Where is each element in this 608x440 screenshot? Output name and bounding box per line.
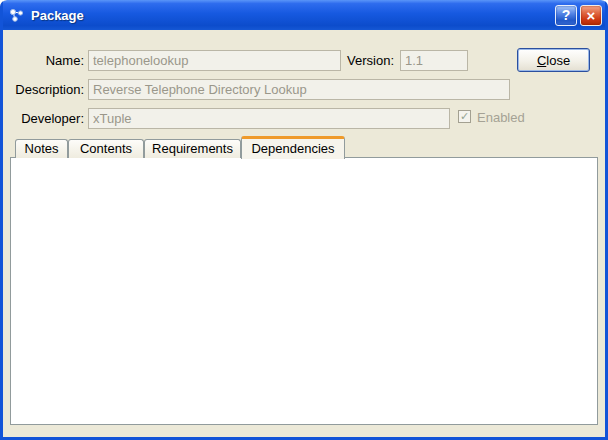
help-button[interactable]: ? bbox=[555, 5, 577, 26]
package-dialog: Package ? × Name: Version: Close Descrip… bbox=[0, 0, 608, 440]
name-label: Name: bbox=[0, 53, 84, 68]
description-label: Description: bbox=[0, 82, 84, 97]
version-label: Version: bbox=[336, 53, 394, 68]
check-icon: ✓ bbox=[460, 111, 469, 122]
description-field[interactable] bbox=[88, 79, 510, 100]
tab-dependencies[interactable]: Dependencies bbox=[241, 136, 345, 159]
tab-notes[interactable]: Notes bbox=[15, 139, 68, 158]
developer-label: Developer: bbox=[0, 111, 84, 126]
tab-requirements[interactable]: Requirements bbox=[144, 139, 241, 158]
package-icon bbox=[8, 7, 26, 23]
close-x-icon: × bbox=[587, 8, 596, 23]
enabled-label: Enabled bbox=[477, 110, 525, 125]
name-field[interactable] bbox=[88, 50, 341, 71]
tab-contents[interactable]: Contents bbox=[68, 139, 144, 158]
window-close-button[interactable]: × bbox=[580, 5, 602, 26]
dependencies-panel bbox=[10, 157, 598, 425]
enabled-checkbox: ✓ bbox=[458, 110, 471, 123]
close-button[interactable]: Close bbox=[517, 48, 590, 72]
developer-field[interactable] bbox=[88, 108, 450, 129]
help-glyph: ? bbox=[562, 8, 571, 22]
version-field[interactable] bbox=[400, 50, 468, 71]
titlebar[interactable]: Package ? × bbox=[0, 0, 608, 30]
window-title: Package bbox=[31, 8, 552, 23]
